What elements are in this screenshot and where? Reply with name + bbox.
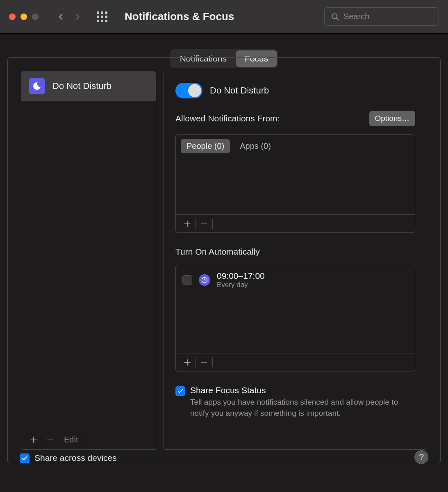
focus-item-dnd[interactable]: Do Not Disturb — [21, 71, 156, 101]
window-controls — [9, 14, 39, 20]
focus-list-footer: Edit — [21, 430, 156, 449]
share-focus-status-label: Share Focus Status — [190, 385, 403, 395]
schedule-sub: Every day — [217, 281, 265, 289]
close-window-button[interactable] — [9, 14, 16, 20]
help-button[interactable]: ? — [414, 450, 428, 464]
allowed-tab-apps[interactable]: Apps (0) — [234, 139, 277, 153]
moon-icon — [29, 78, 45, 94]
share-focus-status-checkbox[interactable] — [175, 386, 185, 396]
allowed-title: Allowed Notifications From: — [175, 114, 280, 123]
zoom-window-button[interactable] — [32, 14, 39, 20]
focus-list: Do Not Disturb Edit — [21, 71, 156, 450]
back-button[interactable] — [57, 13, 65, 20]
share-across-devices-label: Share across devices — [34, 453, 117, 463]
options-button[interactable]: Options… — [369, 111, 415, 126]
auto-title: Turn On Automatically — [175, 247, 415, 257]
schedule-remove-button[interactable] — [197, 355, 211, 370]
schedule-add-button[interactable] — [180, 355, 195, 370]
focus-item-label: Do Not Disturb — [52, 81, 111, 91]
nav-buttons — [57, 13, 81, 20]
svg-line-1 — [337, 18, 339, 20]
add-focus-button[interactable] — [26, 433, 41, 447]
window-title: Notifications & Focus — [125, 10, 234, 23]
titlebar: Notifications & Focus — [0, 0, 448, 34]
remove-focus-button[interactable] — [43, 433, 58, 447]
forward-button[interactable] — [74, 13, 81, 20]
show-all-prefs-button[interactable] — [97, 11, 107, 22]
focus-detail: Do Not Disturb Allowed Notifications Fro… — [164, 71, 427, 450]
schedule-time: 09:00–17:00 — [217, 271, 265, 281]
schedule-enable-checkbox[interactable] — [182, 275, 192, 285]
allowed-add-button[interactable] — [180, 216, 195, 231]
clock-icon — [199, 274, 210, 286]
minimize-window-button[interactable] — [20, 14, 27, 20]
share-focus-status-desc: Tell apps you have notifications silence… — [190, 397, 403, 419]
dnd-toggle-label: Do Not Disturb — [210, 85, 269, 96]
search-input[interactable] — [343, 12, 432, 21]
search-icon — [331, 13, 339, 21]
dnd-toggle-row: Do Not Disturb — [175, 83, 415, 98]
dnd-toggle[interactable] — [175, 83, 202, 98]
search-field[interactable] — [324, 7, 439, 26]
share-across-devices-checkbox[interactable] — [20, 453, 30, 463]
allowed-tab-people[interactable]: People (0) — [181, 139, 230, 153]
content-frame: Do Not Disturb Edit Do Not Disturb Allow… — [7, 57, 441, 463]
schedule-row[interactable]: 09:00–17:00 Every day — [176, 265, 415, 295]
share-across-devices-row: Share across devices — [20, 453, 117, 463]
allowed-remove-button[interactable] — [197, 216, 211, 231]
edit-focus-button[interactable]: Edit — [60, 435, 82, 444]
schedule-panel: 09:00–17:00 Every day — [175, 265, 415, 371]
share-focus-status-row: Share Focus Status Tell apps you have no… — [175, 385, 415, 419]
allowed-panel: People (0) Apps (0) — [175, 134, 415, 233]
